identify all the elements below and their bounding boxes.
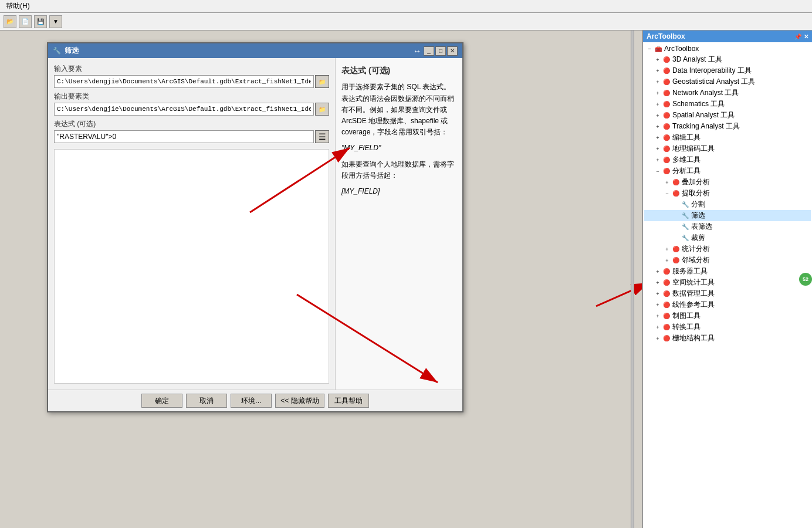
tree-na[interactable]: + 🔴 Network Analyst 工具: [644, 87, 811, 99]
tree-3d-label: 3D Analyst 工具: [672, 55, 722, 65]
arctoolbox-panel: ArcToolbox 📌 ✕ − 🧰 ArcToolbox + 🔴 3D Ana…: [642, 31, 812, 528]
tree-root-label: ArcToolbox: [664, 45, 699, 53]
tree-server[interactable]: + 🔴 服务器工具: [644, 266, 811, 277]
tree-geo[interactable]: + 🔴 地理编码工具: [644, 143, 811, 154]
output-feature-field[interactable]: [54, 103, 314, 116]
analysis-icon: 🔴: [662, 167, 671, 176]
tree-extract[interactable]: − 🔴 提取分析: [644, 188, 811, 199]
ga-icon: 🔴: [662, 77, 671, 87]
expression-label: 表达式 (可选): [54, 119, 329, 129]
toolbar-save-btn[interactable]: 💾: [34, 15, 47, 28]
tree-neighbor[interactable]: + 🔴 邻域分析: [644, 255, 811, 266]
tree-root[interactable]: − 🧰 ArcToolbox: [644, 43, 811, 54]
ok-button[interactable]: 确定: [141, 394, 182, 408]
carto-icon: 🔴: [662, 312, 671, 321]
tree-convert[interactable]: + 🔴 转换工具: [644, 321, 811, 333]
tree-neighbor-label: 邻域分析: [682, 255, 710, 265]
tree-select[interactable]: 🔧 筛选: [644, 210, 811, 221]
arctoolbox-title: ArcToolbox: [647, 32, 685, 40]
tree-overlay-label: 叠加分析: [682, 177, 710, 187]
svg-line-3: [596, 283, 642, 306]
tree-analysis[interactable]: − 🔴 分析工具: [644, 165, 811, 177]
stat-icon: 🔴: [671, 245, 681, 254]
overlay-expander: +: [663, 178, 671, 187]
spatialstat-icon: 🔴: [662, 278, 671, 287]
hide-help-button[interactable]: << 隐藏帮助: [275, 394, 324, 408]
3d-icon: 🔴: [662, 55, 671, 65]
toolbar-dropdown-btn[interactable]: ▼: [49, 15, 62, 28]
di-expander: +: [654, 67, 662, 75]
tree-carto-label: 制图工具: [672, 311, 701, 321]
tree-di-label: Data Interoperability 工具: [672, 66, 752, 76]
empty-scroll-area: [54, 149, 329, 384]
input-feature-row: 📁: [54, 75, 329, 88]
linear-expander: +: [654, 301, 662, 309]
tree-linear[interactable]: + 🔴 线性参考工具: [644, 299, 811, 310]
expression-field[interactable]: [54, 130, 314, 143]
na-expander: +: [654, 89, 662, 97]
multi-icon: 🔴: [662, 155, 671, 165]
close-panel-icon[interactable]: ✕: [804, 33, 808, 40]
maximize-btn[interactable]: □: [435, 46, 446, 56]
tree-spa[interactable]: + 🔴 Spatial Analyst 工具: [644, 110, 811, 121]
expression-builder-btn[interactable]: ☰: [315, 130, 329, 143]
tree-cut[interactable]: 🔧 裁剪: [644, 232, 811, 243]
env-button[interactable]: 环境...: [231, 394, 272, 408]
tree-convert-label: 转换工具: [672, 322, 701, 332]
toolbar-open-btn[interactable]: 📂: [4, 15, 16, 28]
tree-ga[interactable]: + 🔴 Geostatistical Analyst 工具: [644, 76, 811, 87]
input-feature-field[interactable]: [54, 75, 314, 88]
tree-datamgmt[interactable]: + 🔴 数据管理工具: [644, 288, 811, 299]
window-controls: _ □ ✕: [424, 46, 458, 56]
tree-overlay[interactable]: + 🔴 叠加分析: [644, 177, 811, 188]
help-menu[interactable]: 帮助(H): [2, 0, 33, 12]
menu-bar: 帮助(H): [0, 0, 812, 13]
tree-carto[interactable]: + 🔴 制图工具: [644, 310, 811, 321]
output-feature-label: 输出要素类: [54, 92, 329, 101]
cut-tool-icon: 🔧: [681, 233, 690, 243]
close-btn[interactable]: ✕: [447, 46, 458, 56]
tree-stat-label: 统计分析: [682, 244, 710, 254]
sc-expander: +: [654, 100, 662, 109]
toolbar-new-btn[interactable]: 📄: [19, 15, 32, 28]
tree-datamgmt-label: 数据管理工具: [672, 289, 715, 299]
resize-bar[interactable]: [631, 31, 634, 528]
datamgmt-expander: +: [654, 290, 662, 298]
tree-multi[interactable]: + 🔴 多维工具: [644, 154, 811, 165]
tree-clip[interactable]: 🔧 分割: [644, 199, 811, 210]
dialog-transfer-icon[interactable]: ↔: [413, 46, 421, 56]
ga-expander: +: [654, 78, 662, 86]
spa-icon: 🔴: [662, 111, 671, 120]
analysis-expander: −: [654, 167, 662, 175]
select-expander: [672, 212, 681, 220]
help-para2: 如果要查询个人地理数据库，需将字段用方括号括起：: [341, 159, 456, 181]
tree-edit[interactable]: + 🔴 编辑工具: [644, 132, 811, 143]
tree-di[interactable]: + 🔴 Data Interoperability 工具: [644, 65, 811, 76]
dialog-left-pane: 输入要素 📁 输出要素类 📁: [48, 58, 336, 390]
cancel-button[interactable]: 取消: [186, 394, 227, 408]
minimize-btn[interactable]: _: [424, 46, 434, 56]
server-icon: 🔴: [662, 267, 671, 276]
pin-icon[interactable]: 📌: [794, 33, 801, 40]
carto-expander: +: [654, 312, 662, 320]
tree-terrain[interactable]: + 🔴 栅地结构工具: [644, 333, 811, 344]
input-feature-browse-btn[interactable]: 📁: [315, 75, 329, 88]
tree-stat[interactable]: + 🔴 统计分析: [644, 243, 811, 255]
tree-tra[interactable]: + 🔴 Tracking Analyst 工具: [644, 121, 811, 132]
tree-3d-analyst[interactable]: + 🔴 3D Analyst 工具: [644, 54, 811, 65]
tree-tselect[interactable]: 🔧 表筛选: [644, 221, 811, 232]
tree-spatialstat-label: 空间统计工具: [672, 277, 715, 287]
overlay-icon: 🔴: [671, 178, 681, 187]
tool-help-button[interactable]: 工具帮助: [328, 394, 369, 408]
dialog-title-icon: 🔧: [53, 47, 61, 55]
terrain-icon: 🔴: [662, 334, 671, 343]
output-feature-browse-btn[interactable]: 📁: [315, 103, 329, 116]
expression-row: ☰: [54, 130, 329, 143]
extract-expander: −: [663, 189, 671, 198]
tree-sc-label: Schematics 工具: [672, 99, 725, 109]
edit-icon: 🔴: [662, 133, 671, 143]
dialog-footer: 确定 取消 环境... << 隐藏帮助 工具帮助: [48, 390, 462, 411]
main-area: 🔧 筛选 ↔ _ □ ✕: [0, 31, 812, 528]
tree-spatialstat[interactable]: + 🔴 空间统计工具: [644, 277, 811, 288]
tree-sc[interactable]: + 🔴 Schematics 工具: [644, 99, 811, 110]
